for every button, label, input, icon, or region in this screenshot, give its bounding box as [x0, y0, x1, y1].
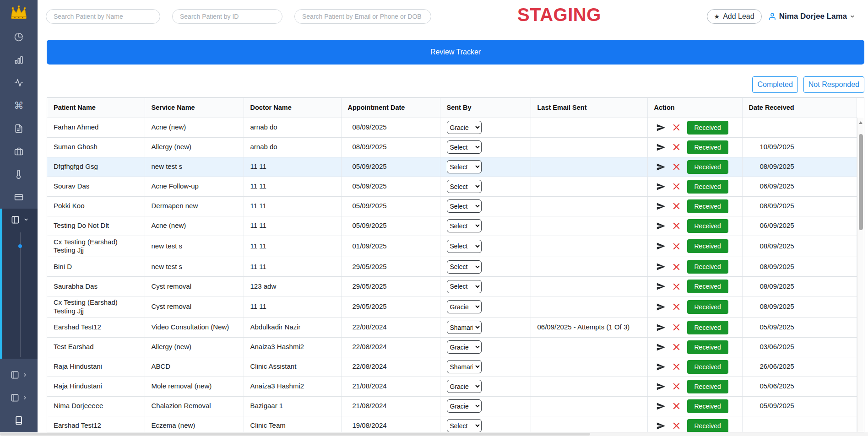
cancel-icon[interactable] — [673, 202, 680, 210]
table-row: Dfgfhgfgd Gsg new test s 11 11 05/09/202… — [47, 157, 857, 177]
cancel-icon[interactable] — [673, 303, 680, 311]
submenu-item-active-dot[interactable] — [18, 244, 22, 248]
received-button[interactable]: Received — [687, 300, 728, 314]
cancel-icon[interactable] — [673, 363, 680, 371]
received-button[interactable]: Received — [687, 340, 728, 354]
sidebar-item-activity[interactable] — [0, 71, 38, 94]
cancel-icon[interactable] — [673, 143, 680, 151]
last-email-sent-cell — [531, 236, 647, 257]
send-email-icon[interactable] — [656, 343, 666, 352]
received-button[interactable]: Received — [687, 140, 728, 154]
cancel-icon[interactable] — [673, 283, 680, 291]
scrollbar-up-arrow-icon[interactable] — [859, 121, 863, 124]
sidebar-item-dashboard[interactable] — [0, 26, 38, 48]
sent-by-select[interactable]: Select — [447, 419, 482, 432]
received-button[interactable]: Received — [687, 199, 728, 213]
send-email-icon[interactable] — [656, 123, 666, 132]
cancel-icon[interactable] — [673, 263, 680, 271]
last-email-sent-cell — [531, 277, 647, 296]
add-lead-button[interactable]: ★ Add Lead — [707, 9, 762, 24]
table-row: Raja Hindustani ABCD Clinic Assistant 22… — [47, 357, 857, 377]
not-responded-filter-button[interactable]: Not Responded — [803, 76, 864, 93]
send-email-icon[interactable] — [656, 402, 666, 411]
cancel-icon[interactable] — [673, 163, 680, 171]
send-email-icon[interactable] — [656, 162, 666, 172]
sidebar-item-services[interactable] — [0, 140, 38, 163]
sidebar-item-collapsed-1[interactable] — [0, 363, 38, 386]
horizontal-scrollbar[interactable] — [0, 432, 868, 436]
sent-by-select[interactable]: Gracie — [447, 340, 482, 354]
sent-by-select[interactable]: Shamari — [447, 321, 482, 334]
received-button[interactable]: Received — [687, 160, 728, 174]
send-email-icon[interactable] — [656, 221, 666, 231]
vertical-scrollbar-thumb[interactable] — [859, 134, 863, 230]
sent-by-select[interactable]: Gracie — [447, 121, 482, 134]
received-button[interactable]: Received — [687, 239, 728, 253]
sent-by-select[interactable]: Shamari — [447, 360, 482, 373]
sent-by-select[interactable]: Gracie — [447, 380, 482, 393]
send-email-icon[interactable] — [656, 382, 666, 391]
cancel-icon[interactable] — [673, 343, 680, 351]
sidebar-item-billing[interactable] — [0, 186, 38, 209]
cancel-icon[interactable] — [673, 183, 680, 190]
sidebar-item-reports[interactable] — [0, 48, 38, 71]
sent-by-select[interactable]: Select — [447, 260, 482, 274]
sidebar-item-clinical[interactable] — [0, 163, 38, 186]
send-email-icon[interactable] — [656, 242, 666, 251]
send-email-icon[interactable] — [656, 421, 666, 431]
vertical-scrollbar[interactable] — [857, 118, 864, 432]
send-email-icon[interactable] — [656, 182, 666, 191]
col-header-action: Action — [647, 98, 742, 118]
review-tracker-banner[interactable]: Review Tracker — [47, 40, 864, 65]
cancel-icon[interactable] — [673, 323, 680, 331]
sent-by-select[interactable]: Select — [447, 280, 482, 293]
received-button[interactable]: Received — [687, 419, 728, 433]
sent-by-select[interactable]: Select — [447, 219, 482, 232]
sidebar-item-review-tracker[interactable] — [2, 209, 38, 231]
cancel-icon[interactable] — [673, 402, 680, 410]
sent-by-select[interactable]: Select — [447, 180, 482, 193]
search-patient-contact-input[interactable] — [294, 9, 431, 24]
user-menu[interactable]: Nima Dorjee Lama — [768, 12, 855, 21]
sent-by-select[interactable]: Select — [447, 140, 482, 154]
sidebar-item-collapsed-2[interactable] — [0, 386, 38, 409]
cancel-icon[interactable] — [673, 124, 680, 131]
horizontal-scrollbar-thumb[interactable] — [0, 433, 590, 436]
sent-by-select[interactable]: Select — [447, 160, 482, 173]
sent-by-select[interactable]: Select — [447, 240, 482, 253]
received-button[interactable]: Received — [687, 360, 728, 374]
received-button[interactable]: Received — [687, 219, 728, 233]
review-table-body: Farhan Ahmed Acne (new) arnab do 08/09/2… — [47, 118, 857, 432]
sidebar-item-devices[interactable] — [0, 409, 38, 432]
send-email-icon[interactable] — [656, 323, 666, 332]
received-button[interactable]: Received — [687, 321, 728, 334]
sent-by-select[interactable]: Gracie — [447, 399, 482, 413]
received-button[interactable]: Received — [687, 380, 728, 393]
received-button[interactable]: Received — [687, 180, 728, 194]
completed-filter-button[interactable]: Completed — [752, 76, 797, 93]
patient-name-cell: Earshad Test12 — [47, 416, 145, 432]
send-email-icon[interactable] — [656, 282, 666, 291]
main-area: STAGING ★ Add Lead Nima Dorjee Lama — [38, 0, 868, 436]
sent-by-select[interactable]: Gracie — [447, 300, 482, 313]
received-button[interactable]: Received — [687, 280, 728, 293]
search-patient-id-input[interactable] — [172, 9, 282, 24]
send-email-icon[interactable] — [656, 362, 666, 371]
received-button[interactable]: Received — [687, 121, 728, 135]
received-button[interactable]: Received — [687, 260, 728, 274]
cancel-icon[interactable] — [673, 382, 680, 390]
cancel-icon[interactable] — [673, 422, 680, 430]
cancel-icon[interactable] — [673, 222, 680, 230]
received-button[interactable]: Received — [687, 399, 728, 413]
send-email-icon[interactable] — [656, 143, 666, 152]
send-email-icon[interactable] — [656, 302, 666, 312]
search-patient-name-input[interactable] — [46, 9, 160, 24]
cancel-icon[interactable] — [673, 242, 680, 250]
send-email-icon[interactable] — [656, 262, 666, 271]
sent-by-select[interactable]: Select — [447, 199, 482, 213]
columns-icon — [11, 215, 20, 224]
sidebar-item-documents[interactable] — [0, 117, 38, 140]
send-email-icon[interactable] — [656, 202, 666, 211]
sidebar-item-commands[interactable]: ⌘ — [0, 94, 38, 117]
sidebar-logo[interactable] — [0, 0, 38, 26]
